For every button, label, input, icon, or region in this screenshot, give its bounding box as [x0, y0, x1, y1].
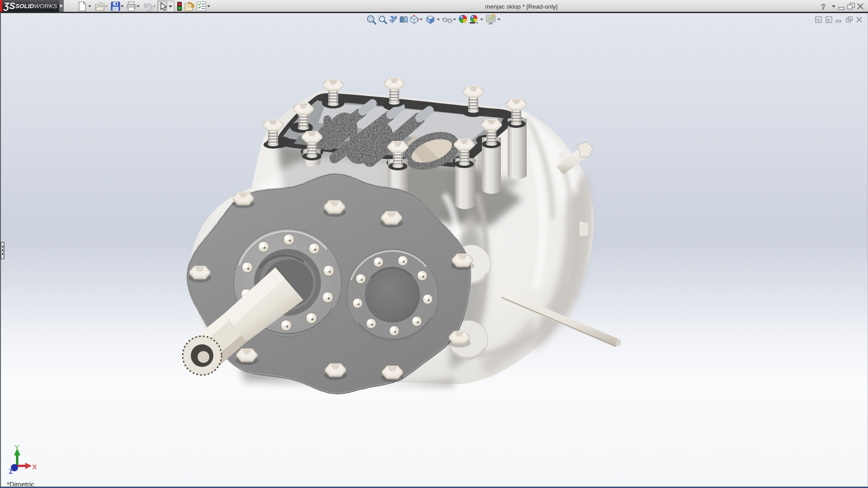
svg-text:X: X	[33, 464, 37, 470]
svg-text:SOLIDWORKS: SOLIDWORKS	[15, 3, 57, 9]
svg-text:menjac sklop * [Read-only]: menjac sklop * [Read-only]	[485, 3, 558, 10]
svg-text:Y: Y	[15, 444, 19, 451]
svg-text:ƷS: ƷS	[3, 1, 15, 11]
svg-text:?: ?	[821, 3, 826, 11]
svg-text:Z: Z	[9, 468, 13, 475]
